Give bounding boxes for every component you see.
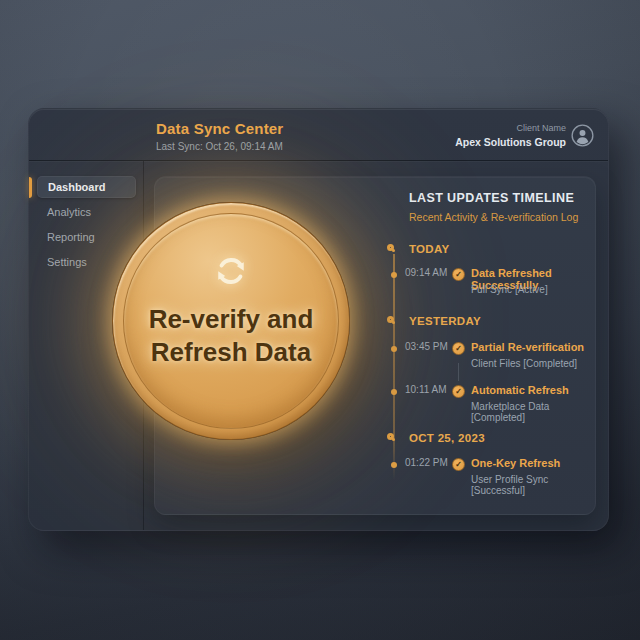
sidebar-item-label: Settings	[47, 256, 87, 268]
avatar[interactable]	[571, 126, 594, 149]
sidebar-item-label: Reporting	[47, 231, 95, 243]
sidebar-item-label: Analytics	[47, 206, 91, 218]
check-glyph: ✓	[455, 271, 462, 279]
badge-connector-line	[458, 363, 459, 381]
event-title: One-Key Refresh	[471, 457, 560, 469]
event-dot-icon	[391, 272, 397, 278]
event-title: Partial Re-verification	[471, 341, 584, 353]
event-title: Automatic Refresh	[471, 384, 569, 396]
desktop-background: Data Sync Center Last Sync: Oct 26, 09:1…	[0, 0, 640, 640]
check-glyph: ✓	[455, 345, 462, 353]
event-time: 09:14 AM	[405, 267, 447, 278]
section-bullet-icon	[387, 316, 394, 323]
timeline-title: LAST UPDATES TIMELINE	[409, 191, 574, 205]
page-title: Data Sync Center	[156, 120, 283, 137]
event-time: 10:11 AM	[405, 384, 447, 395]
event-time: 03:45 PM	[405, 341, 448, 352]
refresh-icon	[210, 250, 252, 303]
check-glyph: ✓	[455, 388, 462, 396]
section-label: TODAY	[409, 243, 450, 255]
event-detail: Marketplace Data [Completed]	[471, 401, 595, 423]
sidebar-item-label: Dashboard	[48, 181, 105, 193]
sidebar-item-dashboard[interactable]: Dashboard	[37, 176, 136, 198]
event-time: 01:22 PM	[405, 457, 448, 468]
check-glyph: ✓	[455, 461, 462, 469]
check-badge-icon: ✓	[452, 342, 465, 355]
event-dot-icon	[391, 389, 397, 395]
refresh-data-button[interactable]: Re-verify and Refresh Data	[112, 202, 350, 440]
section-label: OCT 25, 2023	[409, 432, 485, 444]
client-name-value: Apex Solutions Group	[455, 135, 566, 149]
app-header: Data Sync Center Last Sync: Oct 26, 09:1…	[29, 109, 608, 161]
refresh-button-line2: Refresh Data	[149, 336, 314, 369]
check-badge-icon: ✓	[452, 385, 465, 398]
refresh-button-line1: Re-verify and	[149, 303, 314, 336]
event-detail: Full Sync [Active]	[471, 284, 548, 295]
section-label: YESTERDAY	[409, 315, 481, 327]
event-dot-icon	[391, 462, 397, 468]
sidebar-item-analytics[interactable]: Analytics	[37, 201, 136, 223]
timeline-event[interactable]: 01:22 PM ✓ One-Key Refresh User Profile …	[155, 454, 595, 494]
refresh-button-label: Re-verify and Refresh Data	[149, 303, 314, 369]
event-dot-icon	[391, 346, 397, 352]
timeline-subtitle: Recent Activity & Re-verification Log	[409, 211, 578, 223]
section-bullet-icon	[387, 433, 394, 440]
check-badge-icon: ✓	[452, 268, 465, 281]
event-detail: Client Files [Completed]	[471, 358, 577, 369]
sidebar-item-settings[interactable]: Settings	[37, 251, 136, 273]
client-name-label: Client Name	[455, 121, 566, 135]
event-detail: User Profile Sync [Successful]	[471, 474, 595, 496]
refresh-button-face: Re-verify and Refresh Data	[123, 213, 339, 429]
last-sync-status: Last Sync: Oct 26, 09:14 AM	[156, 141, 283, 152]
user-icon	[571, 124, 594, 151]
section-bullet-icon	[387, 244, 394, 251]
client-info: Client Name Apex Solutions Group	[455, 121, 566, 149]
sidebar-item-reporting[interactable]: Reporting	[37, 226, 136, 248]
active-item-accent-bar	[29, 177, 32, 198]
check-badge-icon: ✓	[452, 458, 465, 471]
